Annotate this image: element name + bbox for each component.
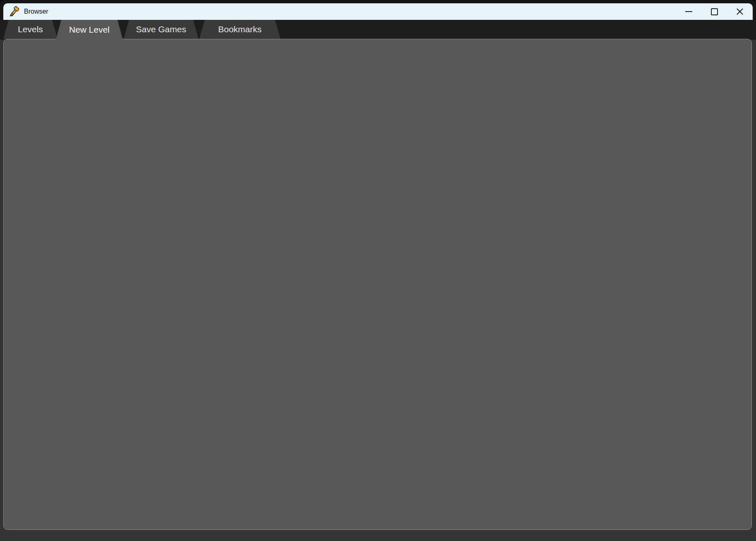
window-controls (676, 3, 753, 20)
maximize-icon (711, 8, 718, 15)
titlebar[interactable]: Browser (3, 3, 753, 20)
tab-save-games[interactable]: Save Games (124, 20, 199, 39)
tab-bookmarks[interactable]: Bookmarks (199, 20, 280, 39)
maximize-button[interactable] (701, 3, 727, 20)
tab-levels-label: Levels (18, 24, 43, 34)
tab-levels[interactable]: Levels (3, 20, 57, 39)
minimize-button[interactable] (676, 3, 701, 20)
close-icon (736, 8, 744, 15)
tab-bookmarks-label: Bookmarks (218, 24, 261, 34)
window-title: Browser (24, 8, 48, 15)
window-frame-top: Browser (0, 0, 756, 20)
tab-new-level-label: New Level (69, 25, 110, 35)
close-button[interactable] (727, 3, 753, 20)
minimize-icon (685, 11, 692, 12)
browser-window: Browser Levels Save Games Bookmarks New … (0, 0, 756, 541)
tab-new-level[interactable]: New Level (56, 20, 123, 40)
tab-save-games-label: Save Games (136, 24, 186, 34)
main-panel (3, 39, 752, 530)
app-trowel-icon (9, 6, 20, 17)
